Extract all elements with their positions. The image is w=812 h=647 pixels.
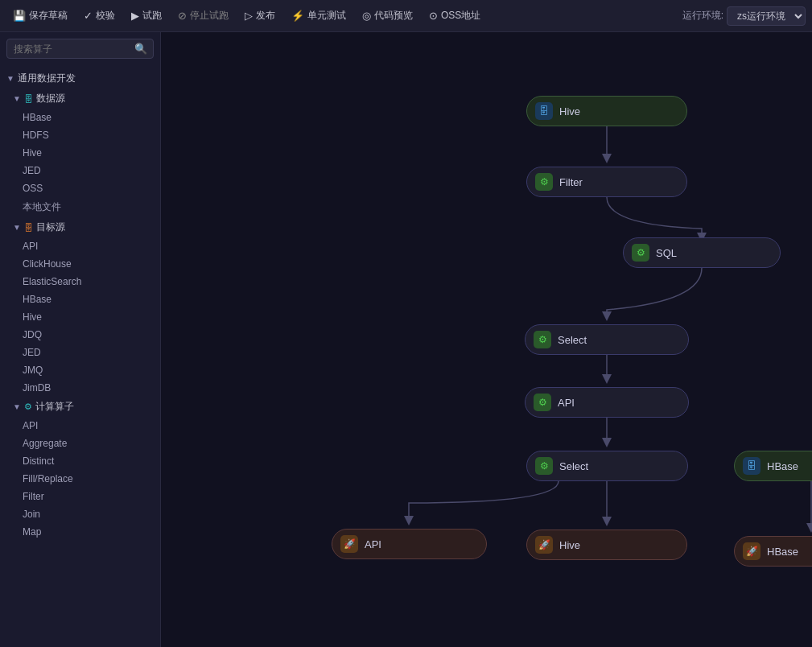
select2-icon: ⚙ (535, 457, 553, 475)
trial-button[interactable]: ▶ 试跑 (125, 6, 168, 26)
save-button[interactable]: 💾 保存草稿 (6, 6, 74, 26)
oss-icon: ⊙ (429, 10, 438, 22)
chevron-down-icon: ▼ (6, 74, 14, 83)
sidebar-category-datasource[interactable]: ▼ 🗄 数据源 (0, 89, 160, 109)
oss-button[interactable]: ⊙ OSS地址 (422, 6, 487, 26)
stop-icon: ⊘ (178, 10, 187, 22)
node-hbase-dest-src[interactable]: 🗄 HBase (734, 451, 812, 481)
sidebar-item-filter-compute[interactable]: Filter (0, 488, 160, 505)
sidebar-item-jmq-dest[interactable]: JMQ (0, 361, 160, 379)
sidebar-item-jed-dest[interactable]: JED (0, 344, 160, 361)
stop-trial-button[interactable]: ⊘ 停止试跑 (171, 6, 235, 26)
node-select1[interactable]: ⚙ Select (525, 324, 689, 355)
sidebar-category-destsource[interactable]: ▼ 🗄 目标源 (0, 217, 160, 237)
select1-icon: ⚙ (534, 331, 551, 348)
filter1-icon: ⚙ (535, 173, 553, 191)
sidebar-item-aggregate-compute[interactable]: Aggregate (0, 435, 160, 452)
env-dropdown[interactable]: zs运行环境 (727, 6, 806, 26)
canvas-area: 🗄 Hive ⚙ Filter ⚙ SQL ⚙ Select ⚙ API ⚙ S… (161, 32, 812, 647)
canvas-connections (161, 32, 812, 647)
node-hive1[interactable]: 🗄 Hive (526, 96, 687, 126)
publish-icon: ▷ (245, 10, 253, 22)
sidebar-item-distinct-compute[interactable]: Distinct (0, 452, 160, 470)
node-hbase-dest[interactable]: 🚀 HBase (734, 536, 812, 567)
node-filter1-label: Filter (559, 176, 583, 188)
node-hive-dest[interactable]: 🚀 Hive (526, 530, 687, 560)
sql1-icon: ⚙ (632, 244, 649, 262)
sidebar-item-hive-src[interactable]: Hive (0, 144, 160, 162)
hive1-icon: 🗄 (535, 102, 553, 120)
unit-test-icon: ⚡ (291, 10, 304, 22)
node-api1-label: API (558, 397, 575, 409)
hive-dest-icon: 🚀 (535, 536, 553, 554)
sidebar-item-hbase-src[interactable]: HBase (0, 109, 160, 126)
sidebar-item-map-compute[interactable]: Map (0, 523, 160, 541)
hbase-dest-src-icon: 🗄 (743, 457, 760, 475)
trial-icon: ▶ (131, 10, 139, 22)
destsource-icon: 🗄 (24, 223, 33, 233)
node-sql1[interactable]: ⚙ SQL (623, 237, 781, 268)
sidebar-item-api-compute[interactable]: API (0, 417, 160, 435)
sidebar-category-compute[interactable]: ▼ ⚙ 计算算子 (0, 397, 160, 417)
api1-icon: ⚙ (534, 394, 551, 411)
node-sql1-label: SQL (656, 247, 677, 259)
sidebar-item-oss-src[interactable]: OSS (0, 179, 160, 197)
node-select1-label: Select (558, 334, 587, 346)
toolbar: 💾 保存草稿 ✓ 校验 ▶ 试跑 ⊘ 停止试跑 ▷ 发布 ⚡ 单元测试 ◎ 代码… (0, 0, 812, 32)
node-select2-label: Select (559, 460, 588, 472)
datasource-icon: 🗄 (24, 94, 33, 104)
code-preview-icon: ◎ (362, 10, 371, 22)
sidebar-item-api-dest[interactable]: API (0, 237, 160, 255)
chevron-down-icon: ▼ (13, 402, 21, 411)
unit-test-button[interactable]: ⚡ 单元测试 (285, 6, 352, 26)
compute-icon: ⚙ (24, 402, 32, 412)
main-layout: 🔍 ▼ 通用数据开发 ▼ 🗄 数据源 HBase HDFS Hive JED O… (0, 32, 812, 647)
chevron-down-icon: ▼ (13, 94, 21, 103)
node-select2[interactable]: ⚙ Select (526, 451, 688, 481)
sidebar: 🔍 ▼ 通用数据开发 ▼ 🗄 数据源 HBase HDFS Hive JED O… (0, 32, 161, 647)
sidebar-item-hive-dest[interactable]: Hive (0, 308, 160, 326)
sidebar-item-join-compute[interactable]: Join (0, 505, 160, 523)
node-hbase-dest-label: HBase (767, 546, 798, 558)
node-hive-dest-label: Hive (559, 539, 580, 551)
sidebar-item-hdfs-src[interactable]: HDFS (0, 126, 160, 144)
sidebar-item-jdq-dest[interactable]: JDQ (0, 326, 160, 344)
node-api-dest[interactable]: 🚀 API (332, 529, 487, 559)
code-preview-button[interactable]: ◎ 代码预览 (356, 6, 419, 26)
env-selector: 运行环境: zs运行环境 (682, 6, 806, 26)
sidebar-item-jimdb-dest[interactable]: JimDB (0, 379, 160, 397)
node-api-dest-label: API (365, 538, 381, 550)
api-dest-icon: 🚀 (340, 535, 358, 553)
search-bar: 🔍 (6, 39, 154, 59)
search-icon[interactable]: 🔍 (134, 43, 147, 55)
sidebar-tree: ▼ 通用数据开发 ▼ 🗄 数据源 HBase HDFS Hive JED OSS… (0, 65, 160, 647)
node-hbase-dest-src-label: HBase (767, 460, 798, 472)
node-hive1-label: Hive (559, 105, 580, 117)
sidebar-item-hbase-dest[interactable]: HBase (0, 291, 160, 308)
chevron-down-icon: ▼ (13, 223, 21, 232)
sidebar-item-fillreplace-compute[interactable]: Fill/Replace (0, 470, 160, 488)
save-icon: 💾 (13, 10, 26, 22)
sidebar-item-jed-src[interactable]: JED (0, 162, 160, 179)
sidebar-group-general[interactable]: ▼ 通用数据开发 (0, 68, 160, 89)
publish-button[interactable]: ▷ 发布 (238, 6, 282, 26)
validate-icon: ✓ (84, 10, 93, 22)
validate-button[interactable]: ✓ 校验 (77, 6, 122, 26)
hbase-dest-icon: 🚀 (743, 542, 760, 560)
sidebar-item-clickhouse-dest[interactable]: ClickHouse (0, 255, 160, 273)
sidebar-item-localfile-src[interactable]: 本地文件 (0, 197, 160, 217)
node-api1[interactable]: ⚙ API (525, 387, 689, 418)
search-input[interactable] (14, 43, 134, 55)
sidebar-item-elasticsearch-dest[interactable]: ElasticSearch (0, 273, 160, 291)
node-filter1[interactable]: ⚙ Filter (526, 167, 687, 197)
